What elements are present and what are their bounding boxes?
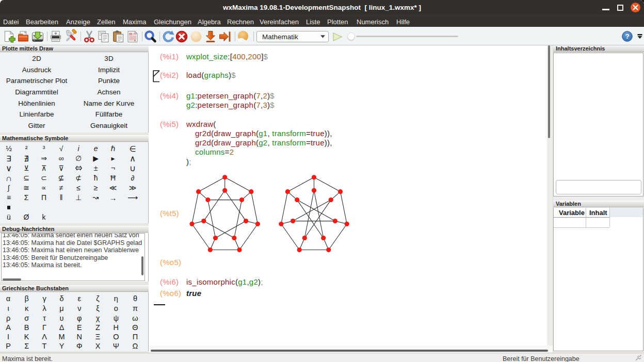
svg-text:?: ? (625, 32, 629, 40)
